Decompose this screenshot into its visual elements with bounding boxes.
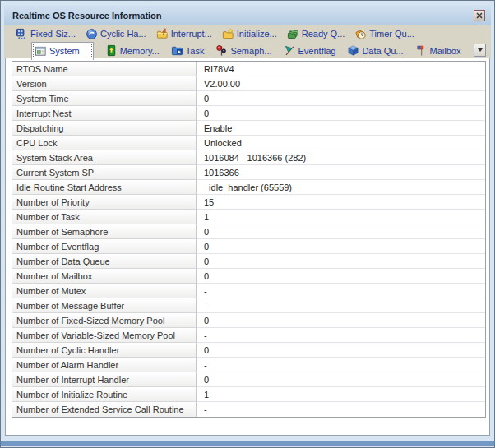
table-row: Interrupt Nest0	[12, 106, 485, 121]
row-label: Number of Cyclic Handler	[12, 343, 197, 358]
tab-fixed-siz[interactable]: Fixed-Siz...	[16, 26, 76, 41]
row-value: -	[197, 358, 485, 372]
row-label: Number of Mailbox	[12, 269, 197, 284]
tab-memory[interactable]: Memory...	[105, 44, 160, 58]
semaphore-icon	[215, 44, 228, 57]
tab-semaph[interactable]: Semaph...	[215, 44, 271, 58]
initialize-routine-icon	[222, 28, 234, 40]
tab-label: Cyclic Ha...	[100, 29, 146, 39]
row-value: 0	[197, 254, 485, 269]
title-bar: Realtime OS Resource Information	[4, 5, 491, 25]
row-label: Number of Variable-Sized Memory Pool	[12, 328, 197, 343]
row-value: 1016366	[197, 165, 485, 180]
table-row: Number of Message Buffer-	[12, 298, 485, 313]
tab-label: Memory...	[120, 46, 160, 56]
table-row: Number of Initialize Routine1	[12, 387, 485, 402]
row-label: Number of Task	[12, 210, 197, 224]
tab-label: Semaph...	[230, 46, 271, 56]
row-label: Number of Priority	[12, 195, 197, 210]
row-label: Idle Routine Start Address	[12, 180, 197, 195]
table-row: DispatchingEnable	[12, 121, 485, 136]
table-row: Idle Routine Start Address_idle_handler …	[12, 180, 485, 195]
row-value: 0	[197, 224, 485, 239]
table-row: Number of Semaphore0	[12, 224, 485, 239]
row-value: 15	[197, 195, 485, 210]
row-value: _idle_handler (65559)	[197, 180, 485, 195]
table-row: Number of Extended Service Call Routine-	[12, 402, 485, 417]
realtime-os-resource-window: Realtime OS Resource Information Fixed-S…	[0, 0, 495, 448]
row-label: System Time	[12, 91, 197, 106]
data-queue-icon	[347, 44, 359, 57]
row-value: 1016084 - 1016366 (282)	[197, 150, 485, 165]
row-label: Number of Semaphore	[12, 224, 197, 239]
tab-label: Fixed-Siz...	[30, 29, 76, 39]
close-button[interactable]	[474, 10, 485, 21]
table-row: Current System SP1016366	[12, 165, 485, 180]
row-label: Number of Alarm Handler	[12, 358, 197, 372]
tab-mailbox[interactable]: Mailbox	[415, 44, 461, 58]
tab-label: System	[49, 46, 80, 56]
row-label: Version	[12, 76, 197, 91]
tab-row-1: Fixed-Siz...Cyclic Ha...Interrupt...Init…	[4, 25, 491, 42]
tab-label: Initialize...	[237, 29, 277, 39]
row-label: Number of Interrupt Handler	[12, 372, 197, 387]
table-row: Number of Interrupt Handler0	[12, 372, 485, 387]
tab-label: Mailbox	[430, 46, 461, 56]
tab-cyclic-ha[interactable]: Cyclic Ha...	[86, 26, 146, 41]
close-icon	[476, 12, 483, 19]
table-row: Number of Mutex-	[12, 284, 485, 298]
table-row: Number of Variable-Sized Memory Pool-	[12, 328, 485, 343]
row-value: -	[197, 298, 485, 313]
tab-data-qu[interactable]: Data Qu...	[347, 44, 403, 58]
system-info-table: RTOS NameRI78V4VersionV2.00.00System Tim…	[12, 61, 486, 418]
table-row: Number of Cyclic Handler0	[12, 343, 485, 358]
table-row: Number of Fixed-Sized Memory Pool0	[12, 313, 485, 328]
row-label: RTOS Name	[12, 62, 197, 76]
row-label: System Stack Area	[12, 150, 197, 165]
tab-row-2: SystemMemory...TaskSemaph...EventflagDat…	[4, 42, 491, 58]
tab-timer-qu[interactable]: Timer Qu...	[354, 26, 414, 41]
fixed-size-memory-pool-icon	[16, 28, 28, 40]
interrupt-routine-icon	[156, 28, 169, 40]
tab-ready-q[interactable]: Ready Q...	[287, 26, 345, 41]
tab-initialize[interactable]: Initialize...	[222, 26, 277, 41]
row-value: 1	[197, 210, 485, 224]
row-label: CPU Lock	[12, 136, 197, 150]
tab-task[interactable]: Task	[171, 44, 205, 58]
mailbox-icon	[415, 44, 428, 57]
eventflag-icon	[284, 44, 296, 57]
tab-eventflag[interactable]: Eventflag	[284, 44, 336, 58]
tab-overflow-button[interactable]	[474, 44, 486, 57]
row-value: 0	[197, 91, 485, 106]
row-label: Number of Eventflag	[12, 239, 197, 254]
table-row: Number of Eventflag0	[12, 239, 485, 254]
table-row: VersionV2.00.00	[12, 76, 485, 91]
table-row: Number of Data Queue0	[12, 254, 485, 269]
cyclic-handler-icon	[86, 28, 98, 40]
row-label: Interrupt Nest	[12, 106, 197, 121]
tab-label: Ready Q...	[302, 29, 345, 39]
row-value: V2.00.00	[197, 76, 485, 91]
table-row: Number of Mailbox0	[12, 269, 485, 284]
system-icon	[35, 45, 47, 58]
row-label: Current System SP	[12, 165, 197, 180]
tab-label: Timer Qu...	[369, 29, 414, 39]
table-row: Number of Task1	[12, 210, 485, 224]
table-row: Number of Alarm Handler-	[12, 358, 485, 372]
tab-label: Data Qu...	[362, 46, 403, 56]
tab-system[interactable]: System	[31, 42, 94, 60]
row-label: Number of Extended Service Call Routine	[12, 402, 197, 417]
tab-label: Eventflag	[298, 46, 336, 56]
row-value: 0	[197, 343, 485, 358]
table-row: System Time0	[12, 91, 485, 106]
row-value: 0	[197, 106, 485, 121]
chevron-down-icon	[478, 48, 483, 52]
row-label: Number of Mutex	[12, 284, 197, 298]
timer-queue-icon	[354, 28, 367, 40]
table-row: RTOS NameRI78V4	[12, 62, 485, 76]
row-label: Number of Message Buffer	[12, 298, 197, 313]
tab-interrupt[interactable]: Interrupt...	[156, 26, 212, 41]
row-value: -	[197, 402, 485, 417]
row-label: Number of Fixed-Sized Memory Pool	[12, 313, 197, 328]
row-value: Enable	[197, 121, 485, 136]
